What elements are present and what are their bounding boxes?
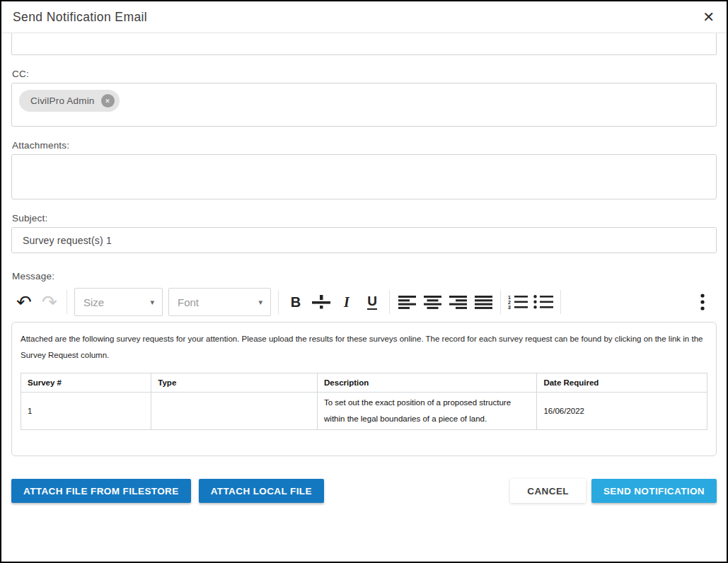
justify-icon[interactable] [470,288,496,316]
col-description: Description [318,373,537,393]
modal-title: Send Notification Email [13,10,147,25]
subject-label: Subject: [12,213,717,224]
col-date-required: Date Required [537,373,707,393]
toolbar-divider [560,290,561,314]
cell-description: To set out the exact position of a propo… [318,393,537,430]
modal-header: Send Notification Email ✕ [1,1,727,33]
bold-icon[interactable]: B [283,288,308,316]
close-icon[interactable]: ✕ [703,10,715,24]
attachments-label: Attachments: [12,140,717,151]
cell-type [151,393,318,430]
cancel-button[interactable]: CANCEL [510,479,586,503]
italic-icon[interactable]: I [334,288,359,316]
to-field-partial[interactable] [11,33,717,55]
ordered-list-icon[interactable]: 123 [505,288,531,316]
message-label: Message: [12,271,717,282]
survey-request-table: Survey # Type Description Date Required … [21,373,707,430]
modal-footer: ATTACH FILE FROM FILESTORE ATTACH LOCAL … [11,479,717,503]
subject-input[interactable]: Survey request(s) 1 [11,227,717,253]
modal-body: CC: CivilPro Admin ✕ Attachments: Subjec… [1,33,727,503]
recipient-chip-label: CivilPro Admin [30,95,95,106]
table-row: 1 To set out the exact position of a pro… [21,393,707,430]
chevron-down-icon: ▾ [150,298,154,307]
recipient-chip: CivilPro Admin ✕ [19,90,120,112]
underline-icon[interactable]: U [359,288,385,316]
cc-field[interactable]: CivilPro Admin ✕ [11,83,717,127]
attach-file-from-filestore-button[interactable]: ATTACH FILE FROM FILESTORE [11,479,191,503]
redo-icon[interactable]: ↷ [37,288,62,316]
font-size-value: Size [83,296,104,308]
editor-toolbar: ↶ ↷ Size ▾ Font ▾ B I U [11,285,717,319]
align-left-icon[interactable] [394,288,420,316]
cc-label: CC: [12,69,717,79]
table-header-row: Survey # Type Description Date Required [21,373,707,393]
send-notification-button[interactable]: SEND NOTIFICATION [591,479,717,503]
align-right-icon[interactable] [445,288,470,316]
message-paragraph: Attached are the following survey reques… [21,331,707,364]
more-tools-icon[interactable] [690,288,715,316]
attach-local-file-button[interactable]: ATTACH LOCAL FILE [199,479,324,503]
svg-text:3: 3 [508,305,511,309]
toolbar-divider [389,290,390,314]
strikethrough-icon[interactable] [308,288,334,316]
col-survey-number: Survey # [21,373,151,393]
attachments-field[interactable] [11,154,717,199]
bullet-list-icon[interactable] [531,288,556,316]
font-family-select[interactable]: Font ▾ [168,288,271,316]
svg-text:2: 2 [508,300,511,305]
toolbar-divider [278,290,279,314]
cell-date-required: 16/06/2022 [537,393,707,430]
toolbar-divider [67,290,67,314]
chevron-down-icon: ▾ [258,298,262,307]
message-editor-body[interactable]: Attached are the following survey reques… [11,322,717,456]
undo-icon[interactable]: ↶ [11,288,37,316]
align-center-icon[interactable] [420,288,445,316]
col-type: Type [151,373,318,393]
svg-text:1: 1 [508,295,511,300]
cell-survey-number: 1 [21,393,151,430]
toolbar-divider [500,290,501,314]
font-family-value: Font [178,296,199,308]
font-size-select[interactable]: Size ▾ [74,288,163,316]
send-notification-modal: Send Notification Email ✕ CC: CivilPro A… [0,0,728,563]
chip-remove-icon[interactable]: ✕ [101,94,115,108]
